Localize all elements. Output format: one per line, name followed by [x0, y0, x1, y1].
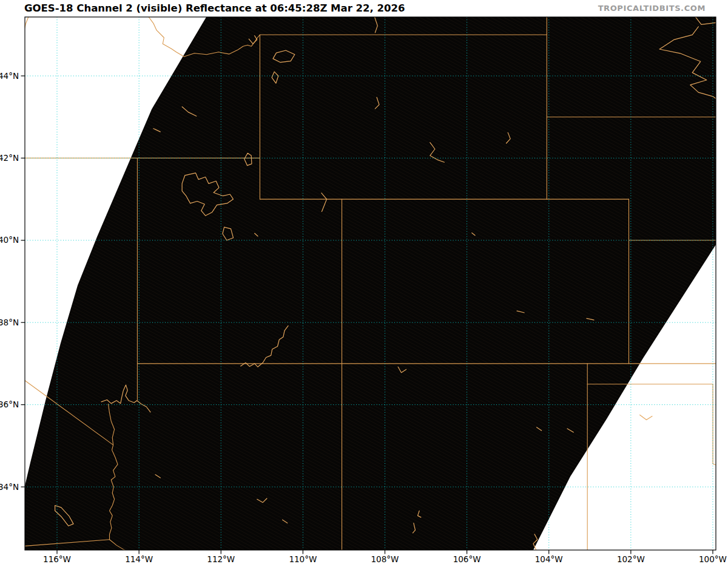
watermark: TROPICALTIDBITS.COM: [598, 4, 706, 13]
lat-tick-label: 44°N: [0, 71, 19, 81]
lon-tick-label: 106°W: [453, 554, 481, 564]
satellite-swath: [25, 17, 716, 550]
lon-tick-label: 116°W: [43, 554, 71, 564]
lon-tick-label: 102°W: [617, 554, 645, 564]
lat-tick-label: 38°N: [0, 318, 19, 327]
lon-tick-label: 112°W: [207, 554, 235, 564]
lon-tick-label: 110°W: [289, 554, 317, 564]
lon-tick-label: 114°W: [125, 554, 153, 564]
water-lake-meredith: [640, 415, 652, 420]
lat-tick-label: 42°N: [0, 153, 19, 163]
satellite-image-page: GOES-18 Channel 2 (visible) Reflectance …: [0, 0, 728, 564]
lat-tick-label: 34°N: [0, 482, 19, 492]
lon-tick-label: 100°W: [699, 554, 727, 564]
lon-tick-label: 108°W: [371, 554, 399, 564]
page-title: GOES-18 Channel 2 (visible) Reflectance …: [24, 2, 405, 14]
border-tx-100w: [713, 384, 718, 466]
lat-tick-label: 40°N: [0, 235, 19, 245]
lon-tick-label: 104°W: [535, 554, 563, 564]
satellite-map: 116°W114°W112°W110°W108°W106°W104°W102°W…: [0, 0, 728, 564]
lat-tick-label: 36°N: [0, 399, 19, 409]
